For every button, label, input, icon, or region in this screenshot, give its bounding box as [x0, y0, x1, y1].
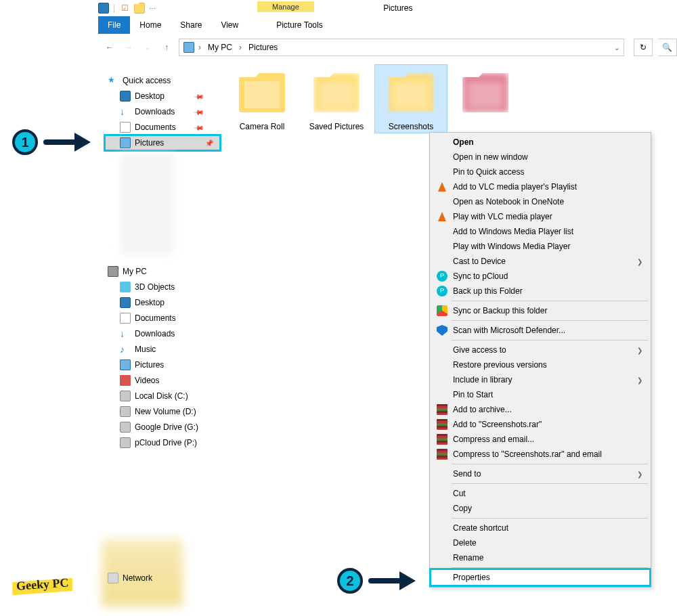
tree-pictures-pc[interactable]: Pictures: [105, 357, 210, 372]
tree-pcloud-drive[interactable]: pCloud Drive (P:): [105, 435, 210, 450]
qat-dropdown-icon[interactable]: ⋯: [149, 5, 156, 12]
context-menu-item[interactable]: Create shortcut: [431, 521, 649, 535]
breadcrumb-root[interactable]: My PC: [205, 41, 235, 53]
nav-bar: ← → ⌄ ↑ › My PC › Pictures ⌄ ↻ 🔍: [0, 37, 677, 58]
tree-desktop-pc[interactable]: Desktop: [105, 295, 210, 310]
context-menu-item[interactable]: Cast to Device: [431, 254, 649, 269]
tree-videos[interactable]: Videos: [105, 373, 210, 388]
shield-icon: [437, 325, 447, 336]
music-icon: ♪: [120, 344, 131, 355]
context-menu-item[interactable]: Scan with Microsoft Defender...: [431, 323, 649, 338]
folder-label: Saved Pictures: [301, 122, 372, 133]
callout-number: 1: [12, 129, 38, 155]
window-title: Pictures: [383, 3, 412, 13]
folder-icon: [462, 73, 508, 112]
tab-file[interactable]: File: [98, 16, 130, 34]
context-menu-label: Scan with Microsoft Defender...: [453, 326, 565, 335]
recent-dropdown-icon[interactable]: ⌄: [141, 41, 154, 54]
tree-3d-objects[interactable]: 3D Objects: [105, 280, 210, 294]
context-menu-item[interactable]: Compress and email...: [431, 432, 649, 447]
tree-new-volume[interactable]: New Volume (D:): [105, 404, 210, 419]
context-menu-item[interactable]: Copy: [431, 501, 649, 516]
tree-google-drive[interactable]: Google Drive (G:): [105, 420, 210, 435]
tree-downloads-pc[interactable]: ↓Downloads: [105, 326, 210, 341]
context-menu-item[interactable]: Add to "Screenshots.rar": [431, 417, 649, 432]
download-icon: ↓: [120, 106, 131, 117]
arrow-icon: [43, 129, 95, 156]
folder-camera-roll[interactable]: Camera Roll: [226, 65, 298, 133]
context-menu-label: Compress to "Screenshots.rar" and email: [453, 449, 602, 459]
tab-picture-tools[interactable]: Picture Tools: [267, 16, 332, 34]
context-menu-item[interactable]: Add to VLC media player's Playlist: [431, 179, 649, 194]
pin-icon: 📌: [194, 91, 204, 102]
context-menu-item[interactable]: Compress to "Screenshots.rar" and email: [431, 447, 649, 462]
context-menu-item[interactable]: Rename: [431, 550, 649, 565]
tab-home[interactable]: Home: [130, 16, 171, 34]
context-menu-separator: [452, 483, 648, 484]
context-menu-item[interactable]: Open: [431, 135, 649, 150]
context-menu-item[interactable]: Play with Windows Media Player: [431, 239, 649, 254]
chevron-right-icon[interactable]: ›: [198, 43, 201, 52]
context-menu-item[interactable]: Include in library: [431, 372, 649, 387]
context-menu-item[interactable]: Pin to Quick access: [431, 164, 649, 179]
tree-music[interactable]: ♪Music: [105, 342, 210, 357]
folder-saved-pictures[interactable]: Saved Pictures: [301, 65, 372, 133]
context-menu-item[interactable]: Pin to Start: [431, 387, 649, 402]
address-bar[interactable]: › My PC › Pictures ⌄: [179, 39, 624, 56]
folder-item-blurred[interactable]: [450, 65, 521, 133]
context-menu-item[interactable]: Cut: [431, 486, 649, 501]
callout-1: 1: [12, 129, 95, 156]
qat-new-folder-icon[interactable]: ☑: [119, 3, 130, 14]
context-menu-item[interactable]: Properties: [431, 570, 649, 585]
up-button[interactable]: ↑: [160, 41, 173, 54]
context-menu-item[interactable]: Play with VLC media player: [431, 209, 649, 224]
chevron-right-icon[interactable]: ›: [239, 43, 242, 52]
context-menu-item[interactable]: PBack up this Folder: [431, 284, 649, 299]
drive-icon: [120, 391, 131, 401]
qat-folder-icon[interactable]: [134, 3, 145, 14]
search-button[interactable]: 🔍: [658, 39, 677, 56]
title-bar: | ☑ ⋯ Pictures: [0, 0, 677, 16]
context-menu-label: Add to "Screenshots.rar": [453, 420, 542, 429]
rar-icon: [437, 404, 447, 415]
tree-documents-pc[interactable]: Documents: [105, 311, 210, 326]
back-button[interactable]: ←: [103, 41, 116, 54]
vlc-icon: [437, 181, 447, 192]
tree-my-pc[interactable]: My PC: [105, 264, 210, 279]
breadcrumb-current[interactable]: Pictures: [246, 41, 280, 53]
context-menu-item[interactable]: Restore previous versions: [431, 357, 649, 372]
qat-properties-icon[interactable]: [98, 3, 109, 14]
tree-documents[interactable]: Documents 📌: [105, 120, 210, 135]
context-menu: OpenOpen in new windowPin to Quick acces…: [429, 132, 651, 588]
context-menu-label: Restore previous versions: [453, 360, 547, 370]
context-menu-label: Pin to Start: [453, 390, 493, 399]
tree-pictures[interactable]: Pictures 📌: [105, 135, 220, 150]
tree-downloads[interactable]: ↓ Downloads 📌: [105, 104, 210, 119]
context-menu-item[interactable]: PSync to pCloud: [431, 269, 649, 284]
document-icon: [120, 122, 131, 133]
tab-share[interactable]: Share: [171, 16, 211, 34]
forward-button[interactable]: →: [122, 41, 135, 54]
context-menu-label: Create shortcut: [453, 523, 508, 533]
context-menu-item[interactable]: Send to: [431, 466, 649, 481]
context-menu-item[interactable]: Add to archive...: [431, 402, 649, 417]
desktop-icon: [120, 91, 131, 102]
tree-quick-access[interactable]: ★ Quick access: [105, 73, 210, 88]
refresh-button[interactable]: ↻: [634, 39, 653, 56]
context-menu-item[interactable]: Open as Notebook in OneNote: [431, 194, 649, 209]
tab-view[interactable]: View: [211, 16, 248, 34]
tree-desktop[interactable]: Desktop 📌: [105, 89, 210, 104]
context-menu-item[interactable]: Delete: [431, 535, 649, 550]
tree-network[interactable]: Network: [105, 571, 152, 586]
context-menu-item[interactable]: Give access to: [431, 343, 649, 357]
tree-label: Music: [135, 345, 156, 354]
folder-icon: [388, 73, 434, 112]
address-dropdown-icon[interactable]: ⌄: [614, 44, 619, 51]
context-menu-separator: [452, 301, 648, 301]
pictures-icon: [120, 137, 131, 148]
folder-screenshots[interactable]: Screenshots: [375, 65, 447, 133]
context-menu-item[interactable]: Sync or Backup this folder: [431, 303, 649, 318]
tree-local-disk[interactable]: Local Disk (C:): [105, 389, 210, 403]
context-menu-item[interactable]: Open in new window: [431, 150, 649, 164]
context-menu-item[interactable]: Add to Windows Media Player list: [431, 224, 649, 239]
